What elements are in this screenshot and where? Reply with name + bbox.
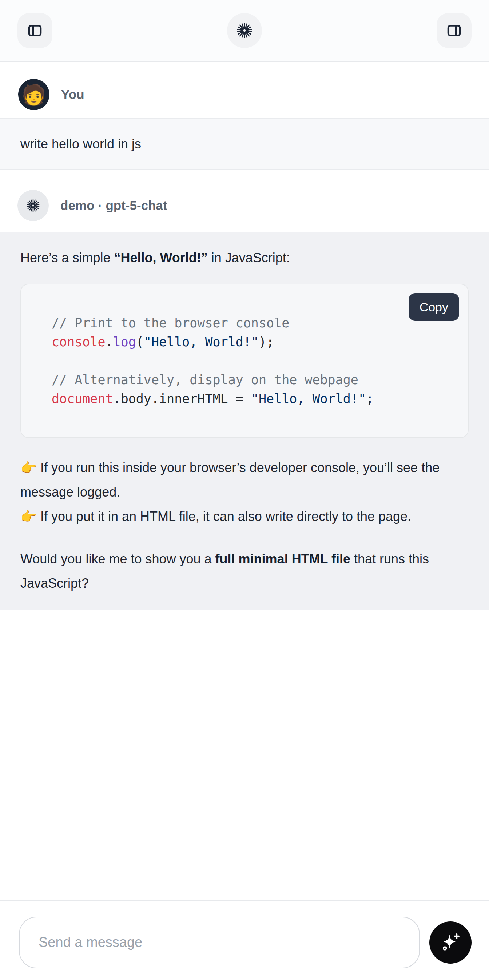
chat-app: 🧑 You write hello world in js demo · gpt…: [0, 0, 489, 980]
assistant-intro: Here’s a simple “Hello, World!” in JavaS…: [21, 245, 468, 270]
tip-line: 👉 If you run this inside your browser’s …: [21, 455, 468, 504]
assistant-avatar: [18, 190, 49, 221]
composer: [0, 900, 489, 980]
user-author-label: You: [61, 87, 84, 102]
code-line: // Print to the browser console: [52, 313, 453, 332]
sparkle-icon: [439, 931, 462, 954]
user-message-text: write hello world in js: [21, 135, 468, 153]
starburst-icon: [236, 22, 253, 39]
assistant-question: Would you like me to show you a full min…: [21, 547, 468, 595]
user-message: write hello world in js: [0, 118, 489, 170]
user-avatar: 🧑: [18, 79, 49, 110]
copy-button[interactable]: Copy: [409, 293, 459, 321]
panel-right-icon: [446, 22, 462, 39]
starburst-icon: [26, 198, 40, 213]
chat-scroll-area: 🧑 You write hello world in js demo · gpt…: [0, 62, 489, 900]
assistant-message: Here’s a simple “Hello, World!” in JavaS…: [0, 232, 489, 610]
user-author-row: 🧑 You: [18, 79, 489, 110]
tip-line: 👉 If you put it in an HTML file, it can …: [21, 504, 468, 528]
code-line: console.log("Hello, World!");: [52, 332, 453, 352]
code-line: [52, 352, 453, 370]
code-block: Copy // Print to the browser consolecons…: [21, 284, 468, 438]
person-emoji: 🧑: [21, 85, 46, 104]
code-content: // Print to the browser consoleconsole.l…: [52, 313, 453, 408]
right-panel-toggle-button[interactable]: [436, 13, 471, 48]
sidebar-toggle-button[interactable]: [18, 13, 53, 48]
top-bar: [0, 0, 489, 62]
message-input[interactable]: [19, 917, 420, 968]
code-line: // Alternatively, display on the webpage: [52, 370, 453, 389]
assistant-author-row: demo · gpt-5-chat: [18, 190, 489, 221]
panel-left-icon: [27, 22, 43, 39]
send-button[interactable]: [429, 921, 471, 964]
code-line: document.body.innerHTML = "Hello, World!…: [52, 389, 453, 408]
app-logo-button[interactable]: [227, 13, 262, 48]
assistant-author-label: demo · gpt-5-chat: [61, 198, 167, 213]
